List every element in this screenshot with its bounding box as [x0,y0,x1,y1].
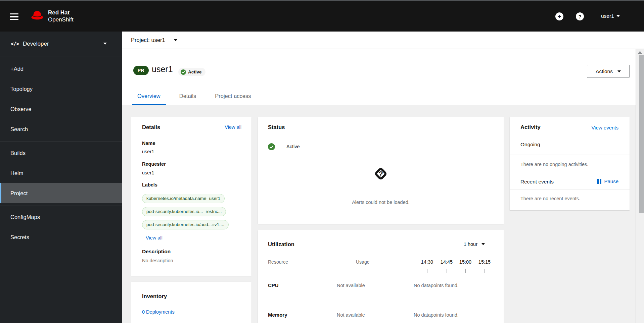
chevron-down-icon [617,70,621,72]
chevron-down-icon [174,39,177,41]
pause-events-button[interactable]: Pause [597,178,618,184]
perspective-label: Developer [23,41,49,47]
tab-project-access[interactable]: Project access [210,88,256,105]
axis-tick [427,269,427,273]
ongoing-empty-message: There are no ongoing activities. [520,162,588,167]
chevron-down-icon [616,15,620,17]
card-divider [510,190,630,190]
vertical-scrollbar[interactable] [636,49,644,323]
ongoing-heading: Ongoing [520,142,540,148]
time-tick-label: 14:30 [419,259,435,265]
brand-line2: OpenShift [48,16,74,23]
tab-details[interactable]: Details [174,88,201,105]
sidebar-item-topology[interactable]: Topology [0,79,122,99]
time-tick-label: 14:45 [438,259,455,265]
page-title: user1 [152,64,173,74]
pause-icon [597,179,601,184]
tab-overview[interactable]: Overview [132,88,166,105]
status-card: Status Active ? Alerts could not be load… [258,117,504,224]
name-label: Name [142,141,155,146]
view-events-link[interactable]: View events [591,125,618,130]
masthead: Red Hat OpenShift + ? user1 [0,0,644,32]
chevron-down-icon [481,243,485,245]
actions-label: Actions [596,68,613,74]
card-divider [258,158,504,158]
brand-text: Red Hat OpenShift [48,9,74,23]
project-context-bar: Project: user1 [122,32,644,49]
details-view-all-link[interactable]: View all [225,124,241,130]
brand-logo[interactable]: Red Hat OpenShift [30,9,74,23]
project-resource-badge: PR [133,66,149,75]
resource-column-header: Resource [268,259,288,265]
perspective-switcher[interactable]: </> Developer [0,32,122,56]
code-icon: </> [11,41,19,47]
utilization-card: Utilization 1 hour Resource Usage 14:30 … [258,230,504,323]
brand-line1: Red Hat [48,9,74,16]
user-menu-label: user1 [601,13,614,19]
axis-tick [485,269,485,273]
datapoints-message: No datapoints found. [414,283,459,288]
requester-value: user1 [142,170,154,175]
tab-bar: Overview Details Project access [122,88,636,105]
description-value: No description [142,258,173,263]
label-chip[interactable]: pod-security.kubernetes.io...=restric... [142,207,226,216]
status-active-label: Active [286,144,300,149]
help-question-circle-icon[interactable]: ? [576,12,584,20]
resource-name: Memory [268,312,287,318]
user-menu[interactable]: user1 [601,13,620,19]
time-tick-label: 15:15 [476,259,493,265]
time-tick-label: 15:00 [457,259,474,265]
unknown-state-icon: ? [258,164,504,185]
label-chip[interactable]: kubernetes.io/metadata.name=user1 [142,194,225,203]
sidebar-item-add[interactable]: +Add [0,59,122,79]
recent-empty-message: There are no recent events. [520,196,580,201]
requester-label: Requester [142,161,166,167]
svg-text:?: ? [378,169,383,178]
deployments-link[interactable]: 0 Deployments [142,309,175,315]
details-card: Details View all Name user1 Requester us… [131,117,251,276]
actions-dropdown-button[interactable]: Actions [587,65,630,78]
labels-view-all-link[interactable]: View all [146,235,163,240]
resource-name: CPU [268,282,279,288]
labels-heading: Labels [142,182,157,187]
recent-events-heading: Recent events [520,179,554,185]
utilization-card-title: Utilization [268,241,294,248]
check-circle-icon [268,143,275,150]
sidebar-item-configmaps[interactable]: ConfigMaps [0,207,122,227]
status-card-title: Status [268,124,285,130]
check-circle-icon [181,69,186,75]
description-label: Description [142,249,171,255]
label-chip[interactable]: pod-security.kubernetes.io/aud...=v1.... [142,220,229,229]
duration-label: 1 hour [464,241,477,247]
usage-column-header: Usage [356,259,369,265]
axis-tick [447,269,447,273]
sidebar-item-secrets[interactable]: Secrets [0,227,122,247]
scroll-up-arrow-icon[interactable] [638,51,642,54]
sidebar-item-helm[interactable]: Helm [0,163,122,183]
sidebar-nav: </> Developer +Add Topology Observe Sear… [0,32,122,323]
redhat-fedora-icon [30,9,45,23]
add-plus-circle-icon[interactable]: + [555,12,563,20]
usage-value: Not available [337,312,365,318]
project-selector-label: Project: user1 [131,37,165,43]
datapoints-message: No datapoints found. [414,312,459,318]
scrollbar-thumb[interactable] [639,55,644,213]
alerts-empty-message: Alerts could not be loaded. [258,200,504,205]
sidebar-item-search[interactable]: Search [0,119,122,139]
nav-toggle-icon[interactable] [7,10,21,24]
chevron-down-icon [103,43,107,45]
status-badge-label: Active [188,69,202,74]
pause-label: Pause [604,178,618,184]
page-heading: PR user1 Active Actions [122,49,636,88]
inventory-card: Inventory 0 Deployments [131,282,251,323]
sidebar-item-project[interactable]: Project [0,183,122,203]
card-divider [510,155,630,155]
usage-value: Not available [337,283,365,288]
status-badge: Active [178,68,205,76]
axis-tick [465,269,466,273]
activity-card-title: Activity [520,124,541,130]
sidebar-item-observe[interactable]: Observe [0,99,122,119]
duration-dropdown[interactable]: 1 hour [464,241,485,247]
sidebar-item-builds[interactable]: Builds [0,143,122,163]
project-selector[interactable]: Project: user1 [131,37,177,43]
